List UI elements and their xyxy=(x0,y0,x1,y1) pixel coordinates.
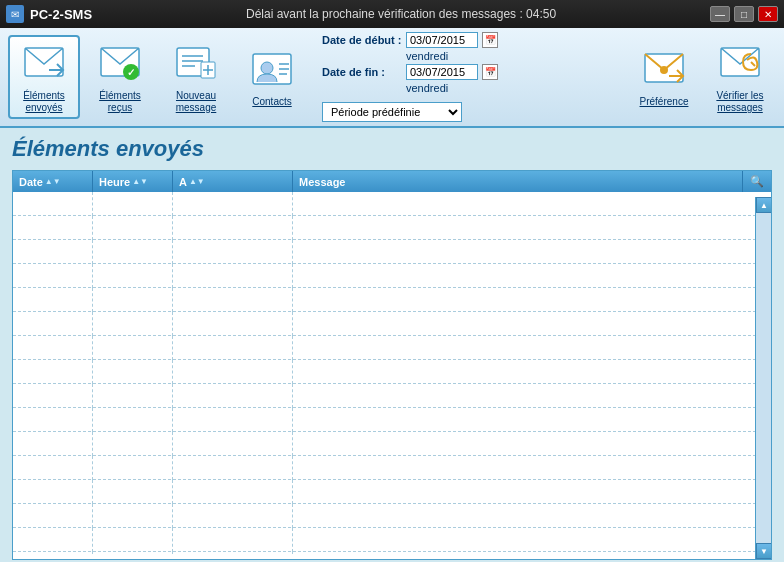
cell-message xyxy=(293,480,771,504)
table-row[interactable] xyxy=(13,288,771,312)
cell-message xyxy=(293,432,771,456)
col-date-label: Date xyxy=(19,176,43,188)
col-heure-header[interactable]: Heure ▲▼ xyxy=(93,171,173,192)
cell-a xyxy=(173,480,293,504)
table-row[interactable] xyxy=(13,336,771,360)
contacts-label: Contacts xyxy=(252,96,291,108)
cell-heure xyxy=(93,552,173,554)
cell-heure xyxy=(93,408,173,432)
app-title: PC-2-SMS xyxy=(30,7,92,22)
start-date-input[interactable] xyxy=(406,32,478,48)
start-date-calendar-button[interactable]: 📅 xyxy=(482,32,498,48)
scrollbar-up-button[interactable]: ▲ xyxy=(756,197,772,213)
cell-heure xyxy=(93,312,173,336)
period-select[interactable]: Période prédéfinie Aujourd'hui Cette sem… xyxy=(322,102,462,122)
col-search-header[interactable]: 🔍 xyxy=(743,171,771,192)
table-row[interactable] xyxy=(13,384,771,408)
start-date-label: Date de début : xyxy=(322,34,402,46)
col-date-header[interactable]: Date ▲▼ xyxy=(13,171,93,192)
cell-date xyxy=(13,288,93,312)
elements-recus-label: Éléments reçus xyxy=(90,90,150,114)
cell-heure xyxy=(93,384,173,408)
scrollbar[interactable]: ▲ ▼ xyxy=(755,197,771,559)
cell-a xyxy=(173,552,293,554)
preference-button[interactable]: Préférence xyxy=(628,35,700,119)
end-date-label: Date de fin : xyxy=(322,66,402,78)
cell-date xyxy=(13,432,93,456)
table-row[interactable] xyxy=(13,264,771,288)
table-row[interactable] xyxy=(13,360,771,384)
cell-a xyxy=(173,360,293,384)
elements-envoyes-button[interactable]: Élémentsenvoyés xyxy=(8,35,80,119)
minimize-button[interactable]: — xyxy=(710,6,730,22)
verifier-messages-label: Vérifier lesmessages xyxy=(716,90,763,114)
cell-message xyxy=(293,312,771,336)
cell-message xyxy=(293,552,771,554)
cell-date xyxy=(13,336,93,360)
cell-a xyxy=(173,240,293,264)
cell-heure xyxy=(93,456,173,480)
table-container: Date ▲▼ Heure ▲▼ A ▲▼ Message 🔍 xyxy=(12,170,772,560)
table-row[interactable] xyxy=(13,504,771,528)
cell-message xyxy=(293,288,771,312)
col-message-label: Message xyxy=(299,176,345,188)
end-date-input[interactable] xyxy=(406,64,478,80)
cell-date xyxy=(13,312,93,336)
cell-heure xyxy=(93,528,173,552)
table-row[interactable] xyxy=(13,216,771,240)
end-date-calendar-button[interactable]: 📅 xyxy=(482,64,498,80)
end-day-label: vendredi xyxy=(406,82,448,94)
start-date-row: Date de début : 📅 xyxy=(322,32,614,48)
table-row[interactable] xyxy=(13,312,771,336)
table-row[interactable] xyxy=(13,192,771,216)
cell-message xyxy=(293,192,771,216)
restore-button[interactable]: □ xyxy=(734,6,754,22)
table-row[interactable] xyxy=(13,432,771,456)
cell-date xyxy=(13,528,93,552)
col-a-header[interactable]: A ▲▼ xyxy=(173,171,293,192)
cell-a xyxy=(173,288,293,312)
cell-heure xyxy=(93,480,173,504)
table-row[interactable] xyxy=(13,552,771,554)
cell-a xyxy=(173,264,293,288)
cell-date xyxy=(13,240,93,264)
timer-label: Délai avant la prochaine vérification de… xyxy=(246,7,556,21)
contacts-button[interactable]: Contacts xyxy=(236,35,308,119)
title-bar: ✉ PC-2-SMS Délai avant la prochaine véri… xyxy=(0,0,784,28)
cell-date xyxy=(13,192,93,216)
table-body[interactable] xyxy=(13,192,771,554)
cell-date xyxy=(13,216,93,240)
cell-message xyxy=(293,456,771,480)
cell-heure xyxy=(93,504,173,528)
verifier-messages-button[interactable]: Vérifier lesmessages xyxy=(704,35,776,119)
start-day-row: vendredi xyxy=(322,50,614,62)
verifier-messages-icon xyxy=(717,40,763,86)
elements-recus-icon: ✓ xyxy=(97,40,143,86)
end-day-row: vendredi xyxy=(322,82,614,94)
col-date-sort-icon: ▲▼ xyxy=(45,177,61,186)
cell-a xyxy=(173,216,293,240)
title-bar-left: ✉ PC-2-SMS xyxy=(6,5,92,23)
end-date-row: Date de fin : 📅 xyxy=(322,64,614,80)
cell-a xyxy=(173,192,293,216)
cell-message xyxy=(293,504,771,528)
cell-date xyxy=(13,480,93,504)
elements-recus-button[interactable]: ✓ Éléments reçus xyxy=(84,35,156,119)
table-row[interactable] xyxy=(13,240,771,264)
scrollbar-down-button[interactable]: ▼ xyxy=(756,543,772,559)
table-row[interactable] xyxy=(13,456,771,480)
table-row[interactable] xyxy=(13,528,771,552)
table-row[interactable] xyxy=(13,480,771,504)
cell-heure xyxy=(93,216,173,240)
table-row[interactable] xyxy=(13,408,771,432)
col-message-header[interactable]: Message xyxy=(293,171,743,192)
nouveau-message-button[interactable]: Nouveaumessage xyxy=(160,35,232,119)
col-a-label: A xyxy=(179,176,187,188)
elements-envoyes-icon xyxy=(21,40,67,86)
cell-a xyxy=(173,432,293,456)
cell-a xyxy=(173,336,293,360)
cell-heure xyxy=(93,360,173,384)
cell-heure xyxy=(93,264,173,288)
close-button[interactable]: ✕ xyxy=(758,6,778,22)
window-controls: — □ ✕ xyxy=(710,6,778,22)
